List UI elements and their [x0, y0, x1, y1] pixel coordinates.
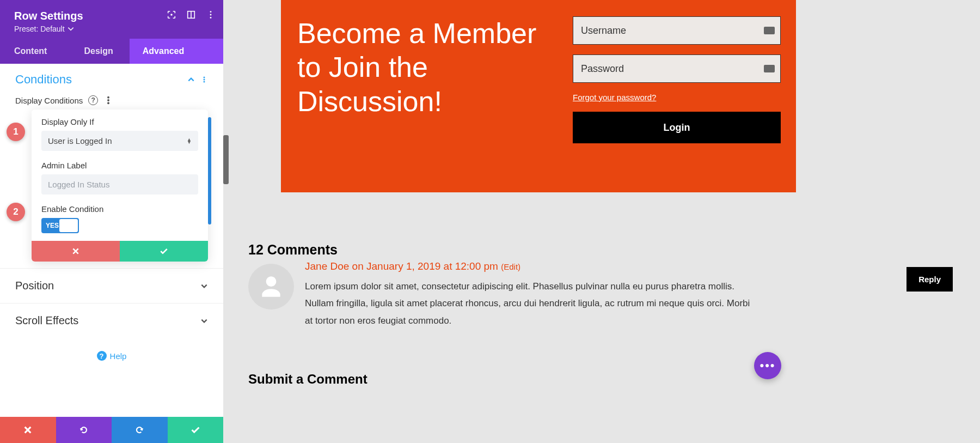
comment-text: Lorem ipsum dolor sit amet, consectetur …: [305, 278, 751, 329]
submit-comment-heading: Submit a Comment: [248, 372, 367, 387]
svg-point-6: [203, 76, 205, 78]
help-icon[interactable]: ?: [88, 95, 98, 105]
svg-point-8: [203, 81, 205, 83]
page-canvas: Become a Member to Join the Discussion! …: [223, 0, 980, 443]
footer-undo-button[interactable]: [56, 417, 112, 443]
reply-button[interactable]: Reply: [906, 267, 953, 292]
panel-header: Row Settings Preset: Default: [0, 0, 223, 39]
forgot-password-link[interactable]: Forgot your password?: [573, 93, 781, 102]
password-input[interactable]: Password: [573, 54, 781, 83]
preset-selector[interactable]: Preset: Default: [14, 25, 209, 33]
cta-text-column: Become a Member to Join the Discussion!: [281, 0, 573, 192]
select-caret-icon: ▲▼: [187, 138, 192, 144]
footer-save-button[interactable]: [168, 417, 224, 443]
display-only-if-value: User is Logged In: [48, 136, 112, 145]
tab-advanced[interactable]: Advanced: [130, 39, 223, 64]
preset-label: Preset: Default: [14, 25, 65, 33]
comment-edit-link[interactable]: (Edit): [501, 262, 520, 271]
help-label: Help: [110, 351, 127, 361]
keyboard-icon: [764, 65, 775, 72]
panel-footer-bar: [0, 417, 223, 443]
kebab-menu-icon[interactable]: [206, 10, 216, 20]
section-conditions-title: Conditions: [15, 72, 72, 87]
check-icon: [191, 425, 200, 435]
section-scroll-effects[interactable]: Scroll Effects: [0, 304, 223, 338]
annotation-badge-2: 2: [7, 203, 25, 221]
card-actions: [32, 241, 208, 262]
kebab-menu-icon[interactable]: [200, 76, 208, 83]
svg-point-3: [210, 11, 212, 13]
builder-fab-button[interactable]: •••: [754, 352, 781, 379]
section-position[interactable]: Position: [0, 269, 223, 303]
panel-body: Conditions Display Conditions ? Display …: [0, 64, 223, 417]
footer-redo-button[interactable]: [112, 417, 168, 443]
comment-meta: Jane Doe on January 1, 2019 at 12:00 pm …: [305, 260, 953, 272]
annotation-badge-1: 1: [7, 123, 25, 141]
login-button[interactable]: Login: [573, 112, 781, 143]
username-input[interactable]: Username: [573, 16, 781, 45]
section-conditions-header[interactable]: Conditions: [15, 72, 208, 87]
comment-author[interactable]: Jane Doe: [305, 260, 349, 272]
comment-item: Jane Doe on January 1, 2019 at 12:00 pm …: [248, 260, 953, 329]
undo-icon: [78, 424, 89, 435]
comments-heading: 12 Comments: [248, 242, 338, 258]
comment-date: on January 1, 2019 at 12:00 pm: [349, 260, 501, 272]
chevron-down-icon: [200, 317, 208, 325]
section-position-title: Position: [15, 280, 54, 292]
membership-cta-row: Become a Member to Join the Discussion! …: [281, 0, 796, 192]
user-icon: [258, 273, 285, 300]
chevron-up-icon: [187, 76, 195, 83]
help-link[interactable]: ? Help: [0, 338, 223, 374]
toggle-knob: [59, 219, 78, 232]
condition-confirm-button[interactable]: [120, 241, 208, 262]
enable-condition-toggle[interactable]: YES: [41, 218, 79, 233]
keyboard-icon: [764, 27, 775, 34]
chevron-down-icon: [200, 282, 208, 290]
help-icon: ?: [97, 351, 107, 361]
focus-icon[interactable]: [167, 10, 176, 20]
display-conditions-label: Display Conditions: [15, 96, 83, 105]
tab-content[interactable]: Content: [0, 39, 68, 64]
cta-headline: Become a Member to Join the Discussion!: [297, 16, 556, 118]
check-icon: [160, 247, 168, 256]
svg-point-9: [107, 96, 109, 99]
svg-point-7: [203, 78, 205, 80]
enable-condition-label: Enable Condition: [41, 204, 198, 214]
svg-point-5: [210, 17, 212, 19]
section-conditions: Conditions Display Conditions ? Display …: [0, 64, 223, 268]
username-placeholder: Username: [581, 25, 626, 37]
display-only-if-select[interactable]: User is Logged In ▲▼: [41, 131, 198, 151]
display-only-if-label: Display Only If: [41, 117, 198, 126]
tab-design[interactable]: Design: [68, 39, 129, 64]
comment-body: Jane Doe on January 1, 2019 at 12:00 pm …: [305, 260, 953, 329]
admin-label-input[interactable]: Logged In Status: [41, 174, 198, 195]
avatar: [248, 264, 294, 310]
close-icon: [72, 247, 79, 255]
layout-toggle-icon[interactable]: [186, 10, 196, 20]
login-form-column: Username Password Forgot your password? …: [573, 0, 796, 192]
display-conditions-field: Display Conditions ?: [15, 95, 208, 105]
svg-point-4: [210, 14, 212, 16]
panel-header-actions: [167, 10, 216, 20]
password-placeholder: Password: [581, 63, 624, 75]
svg-point-10: [107, 99, 109, 101]
chevron-down-icon: [67, 25, 75, 33]
kebab-menu-icon[interactable]: [103, 95, 113, 105]
section-scroll-effects-title: Scroll Effects: [15, 314, 78, 327]
svg-point-0: [170, 14, 173, 16]
ellipsis-icon: •••: [759, 359, 775, 373]
close-icon: [23, 426, 32, 434]
panel-tabs: Content Design Advanced: [0, 39, 223, 64]
canvas-resize-handle[interactable]: [223, 135, 229, 184]
redo-icon: [134, 424, 145, 435]
condition-card: Display Only If User is Logged In ▲▼ Adm…: [32, 110, 208, 262]
admin-label-label: Admin Label: [41, 161, 198, 170]
footer-close-button[interactable]: [0, 417, 56, 443]
condition-cancel-button[interactable]: [32, 241, 120, 262]
svg-point-11: [107, 102, 109, 104]
settings-panel: Row Settings Preset: Default Content Des…: [0, 0, 223, 443]
